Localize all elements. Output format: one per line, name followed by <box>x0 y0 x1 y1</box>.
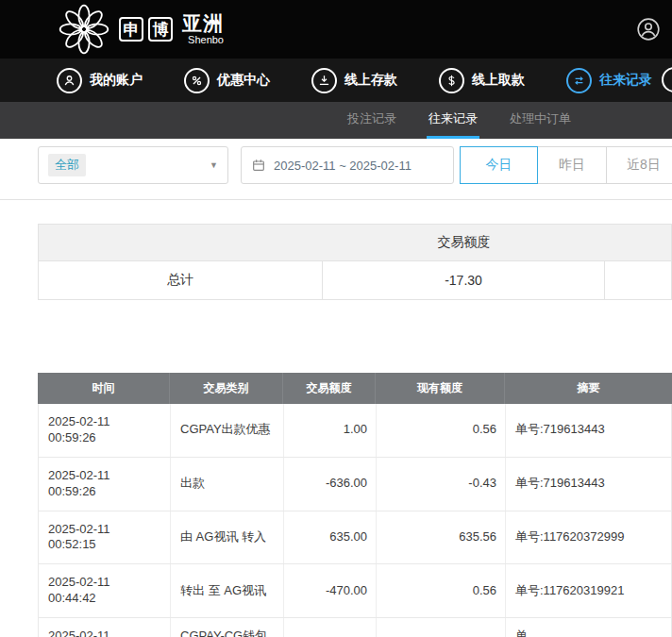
cell-type: 由 AG视讯 转入 <box>171 511 284 564</box>
table-row: 2025-02-11 00:44:22 CGPAY-CG钱包支付笔笔送优惠 2.… <box>38 618 672 637</box>
chevron-down-icon: ▼ <box>210 160 218 170</box>
main-nav: 我的账户 优惠中心 线上存款 线上取款 <box>0 59 672 102</box>
nav-item-promotions[interactable]: 优惠中心 <box>184 68 270 93</box>
nav-item-label: 我的账户 <box>90 72 143 89</box>
flower-logo-icon <box>59 4 109 55</box>
cell-time: 2025-02-11 00:59:26 <box>39 458 171 511</box>
brand-char: 博 <box>148 17 173 42</box>
transaction-records-page: 申 博 亚洲 Shenbo 我的账户 <box>0 0 672 637</box>
last-8-days-button[interactable]: 近8日 <box>606 146 672 184</box>
column-header-amount: 交易额度 <box>283 373 376 404</box>
records-table: 时间 交易类别 交易额度 现有额度 摘要 2025-02-11 00:59:26… <box>38 373 672 637</box>
summary-total-value: -17.30 <box>323 261 605 299</box>
cell-balance: 0.56 <box>377 564 506 617</box>
summary-total-label: 总计 <box>39 261 323 299</box>
nav-item-label: 线上取款 <box>472 72 525 89</box>
cell-amount: 2.70 <box>284 618 377 637</box>
cell-time: 2025-02-11 00:44:22 <box>39 618 171 637</box>
brand-logo[interactable]: 申 博 亚洲 Shenbo <box>59 4 224 55</box>
cell-time: 2025-02-11 00:44:42 <box>39 564 171 617</box>
cell-note: 单号:719613443 <box>506 458 671 511</box>
cell-note: 单号:117620319921 <box>506 564 671 617</box>
summary-header-spacer <box>605 225 671 260</box>
summary-table: 交易额度 总计 -17.30 <box>38 224 672 300</box>
column-header-type: 交易类别 <box>170 373 283 404</box>
table-row: 2025-02-11 00:59:26 出款 -636.00 -0.43 单号:… <box>38 458 672 511</box>
nav-item-transaction-records[interactable]: 往来记录 <box>566 68 652 93</box>
nav-item-overflow-icon[interactable] <box>662 67 672 92</box>
records-subnav: 投注记录 往来记录 处理中订单 <box>0 102 672 139</box>
today-button[interactable]: 今日 <box>460 146 538 184</box>
records-table-header: 时间 交易类别 交易额度 现有额度 摘要 <box>38 373 672 404</box>
cell-amount: -636.00 <box>284 458 377 511</box>
cell-note: 单号:117620372999 <box>506 511 671 564</box>
nav-item-deposit[interactable]: 线上存款 <box>311 68 397 93</box>
section-divider <box>0 199 672 200</box>
top-brand-bar: 申 博 亚洲 Shenbo <box>0 0 672 59</box>
cell-balance: -0.43 <box>377 458 506 511</box>
cell-note: 单号:719613443 <box>506 404 671 457</box>
table-row: 2025-02-11 00:44:42 转出 至 AG视讯 -470.00 0.… <box>38 564 672 618</box>
table-row: 2025-02-11 00:59:26 CGPAY出款优惠 1.00 0.56 … <box>38 404 672 458</box>
cell-time: 2025-02-11 00:59:26 <box>39 404 171 457</box>
date-range-picker[interactable]: 2025-02-11 ~ 2025-02-11 <box>241 146 454 184</box>
summary-total-spacer <box>605 261 671 299</box>
quick-range-group: 今日 昨日 近8日 <box>460 146 672 184</box>
brand-boxed-name: 申 博 <box>119 17 173 42</box>
tab-transaction-records[interactable]: 往来记录 <box>427 102 479 139</box>
account-avatar-icon[interactable] <box>636 17 661 42</box>
tab-betting-records[interactable]: 投注记录 <box>345 102 398 139</box>
deposit-icon <box>311 68 337 93</box>
column-header-note: 摘要 <box>505 373 672 404</box>
cell-balance: 470.56 <box>377 618 506 637</box>
brand-char: 申 <box>119 17 143 42</box>
cell-note: 单号:202502113868197972 <box>506 618 671 637</box>
cell-type: CGPAY出款优惠 <box>171 404 284 457</box>
summary-header-row: 交易额度 <box>38 224 672 261</box>
type-filter-select[interactable]: 全部 ▼ <box>38 146 228 184</box>
table-row: 2025-02-11 00:52:15 由 AG视讯 转入 635.00 635… <box>38 511 672 565</box>
yesterday-button[interactable]: 昨日 <box>537 146 607 184</box>
nav-item-label: 线上存款 <box>344 72 397 89</box>
filter-bar: 全部 ▼ 2025-02-11 ~ 2025-02-11 今日 昨日 近8日 <box>38 146 672 184</box>
promo-icon <box>184 68 210 93</box>
calendar-icon <box>251 158 266 173</box>
brand-subtitle: Shenbo <box>188 35 224 45</box>
summary-amount-header: 交易额度 <box>323 225 605 260</box>
nav-item-my-account[interactable]: 我的账户 <box>57 68 143 93</box>
brand-region-text: 亚洲 <box>182 13 224 33</box>
cell-amount: 1.00 <box>284 404 377 457</box>
cell-amount: -470.00 <box>284 564 377 617</box>
cell-type: 出款 <box>171 458 284 511</box>
column-header-balance: 现有额度 <box>376 373 505 404</box>
cell-type: 转出 至 AG视讯 <box>171 564 284 617</box>
cell-type: CGPAY-CG钱包支付笔笔送优惠 <box>171 618 284 637</box>
type-filter-value: 全部 <box>48 154 86 176</box>
cell-time: 2025-02-11 00:52:15 <box>39 511 171 564</box>
nav-item-withdraw[interactable]: 线上取款 <box>439 68 525 93</box>
user-icon <box>57 68 82 93</box>
date-range-value: 2025-02-11 ~ 2025-02-11 <box>274 159 412 173</box>
cell-balance: 0.56 <box>377 404 506 457</box>
cell-balance: 635.56 <box>377 511 506 564</box>
cell-amount: 635.00 <box>284 511 377 564</box>
records-icon <box>566 68 592 93</box>
withdraw-icon <box>439 68 464 93</box>
summary-header-spacer <box>39 225 323 260</box>
nav-item-label: 优惠中心 <box>217 72 270 89</box>
tab-processing-orders[interactable]: 处理中订单 <box>508 102 573 139</box>
nav-item-label: 往来记录 <box>599 72 652 89</box>
brand-region-block: 亚洲 Shenbo <box>182 13 224 45</box>
records-table-body: 2025-02-11 00:59:26 CGPAY出款优惠 1.00 0.56 … <box>38 404 672 637</box>
summary-total-row: 总计 -17.30 <box>38 261 672 300</box>
column-header-time: 时间 <box>38 373 170 404</box>
